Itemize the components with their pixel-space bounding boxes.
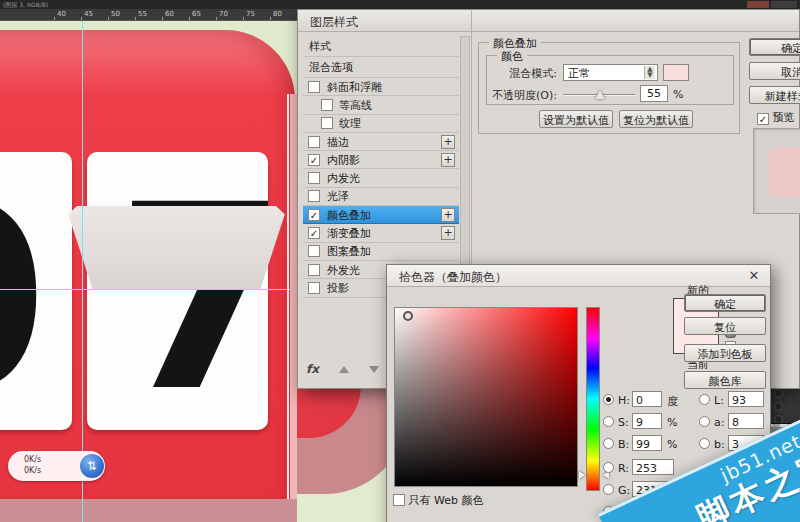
hex-input[interactable]: fde7e7 xyxy=(619,513,681,522)
ruler-tick-label: 65 xyxy=(192,10,201,18)
style-list-item-内阴影[interactable]: ✓内阴影+ xyxy=(303,151,459,169)
checkbox-checked-icon[interactable]: ✓ xyxy=(757,113,769,125)
style-list-item-光泽[interactable]: 光泽 xyxy=(303,188,459,206)
ruler-tick-label: 50 xyxy=(111,10,120,18)
style-list-item-混合选项[interactable]: 混合选项 xyxy=(303,57,459,78)
checkbox-unchecked-icon[interactable] xyxy=(308,245,320,257)
b-input[interactable]: 99 xyxy=(632,435,662,451)
ruler-tick-label: 40 xyxy=(57,10,66,18)
cancel-button[interactable]: 取消 xyxy=(749,62,800,80)
opacity-label: 不透明度(O): xyxy=(492,88,557,103)
checkbox-unchecked-icon[interactable] xyxy=(393,494,405,506)
checkbox-unchecked-icon[interactable] xyxy=(321,99,333,111)
lab-b-input[interactable]: 3 xyxy=(728,435,764,451)
set-default-button[interactable]: 设置为默认值 xyxy=(539,110,613,128)
s-input[interactable]: 9 xyxy=(632,413,662,429)
h-input[interactable]: 0 xyxy=(632,391,662,407)
radio-l[interactable] xyxy=(699,394,710,405)
style-list-item-图案叠加[interactable]: 图案叠加 xyxy=(303,243,459,261)
color-field[interactable] xyxy=(394,307,578,487)
calendar-rim-band xyxy=(0,499,297,522)
speed-up-text: 0K/s xyxy=(24,455,41,464)
dialog-title-bar[interactable]: 图层样式 xyxy=(298,10,799,32)
opacity-slider-thumb[interactable] xyxy=(595,90,605,99)
ruler-tick-label: 80 xyxy=(273,10,282,18)
radio-g[interactable] xyxy=(603,484,614,495)
style-list-item-斜面和浮雕[interactable]: 斜面和浮雕 xyxy=(303,78,459,96)
duplicate-effect-icon[interactable]: + xyxy=(441,153,455,167)
style-list-item-渐变叠加[interactable]: ✓渐变叠加+ xyxy=(303,224,459,242)
checkbox-unchecked-icon[interactable] xyxy=(308,282,320,294)
duplicate-effect-icon[interactable]: + xyxy=(441,208,455,222)
checkbox-unchecked-icon[interactable] xyxy=(308,136,320,148)
style-list-item-样式[interactable]: 样式 xyxy=(303,36,459,57)
duplicate-effect-icon[interactable]: + xyxy=(441,226,455,240)
radio-a[interactable] xyxy=(699,416,710,427)
fx-menu-button[interactable]: fx xyxy=(306,362,319,376)
panel-dot-icon[interactable] xyxy=(774,389,783,398)
radio-lab-b[interactable] xyxy=(699,438,710,449)
l-input[interactable]: 93 xyxy=(728,391,764,407)
radio-r[interactable] xyxy=(603,462,614,473)
panel-tab xyxy=(771,1,797,8)
network-speed-overlay[interactable]: 0K/s 0K/s ⇅ xyxy=(8,451,105,481)
style-list-item-纹理[interactable]: 纹理 xyxy=(303,115,459,133)
network-speed-icon[interactable]: ⇅ xyxy=(80,454,104,478)
checkbox-unchecked-icon[interactable] xyxy=(308,172,320,184)
checkbox-checked-icon[interactable]: ✓ xyxy=(308,154,320,166)
ruler-tick-label: 75 xyxy=(246,10,255,18)
style-item-label: 样式 xyxy=(309,39,331,54)
color-libraries-button[interactable]: 颜色库 xyxy=(684,371,766,389)
preview-checkbox[interactable]: ✓ 预览 xyxy=(757,110,795,125)
checkbox-unchecked-icon[interactable] xyxy=(321,117,333,129)
style-list-item-颜色叠加[interactable]: ✓颜色叠加+ xyxy=(303,206,459,224)
c-input[interactable]: 0 xyxy=(741,459,769,475)
picker-ok-button[interactable]: 确定 xyxy=(684,294,766,312)
color-field-marker[interactable] xyxy=(403,311,413,321)
hue-slider[interactable] xyxy=(586,307,600,491)
new-style-button[interactable]: 新建样式... xyxy=(749,86,800,104)
checkbox-unchecked-icon[interactable] xyxy=(308,190,320,202)
hue-slider-arrow-left-icon[interactable] xyxy=(579,471,585,479)
style-item-label: 渐变叠加 xyxy=(327,226,371,241)
radio-b[interactable] xyxy=(603,438,614,449)
style-item-label: 内阴影 xyxy=(327,152,360,167)
move-effect-down-icon[interactable] xyxy=(369,366,379,373)
checkbox-checked-icon[interactable]: ✓ xyxy=(308,227,320,239)
checkbox-checked-icon[interactable]: ✓ xyxy=(308,209,320,221)
document-tab-title[interactable]: (图层 3, RGB/8) xyxy=(3,1,48,10)
horizontal-guide[interactable] xyxy=(0,289,297,290)
radio-h[interactable] xyxy=(603,394,614,405)
style-list-item-内发光[interactable]: 内发光 xyxy=(303,170,459,188)
radio-s[interactable] xyxy=(603,416,614,427)
style-item-label: 斜面和浮雕 xyxy=(327,79,382,94)
g-input[interactable]: 231 xyxy=(632,481,674,497)
reset-default-button[interactable]: 复位为默认值 xyxy=(619,110,693,128)
blend-mode-select[interactable]: 正常 ▲▼ xyxy=(563,64,658,81)
vertical-guide[interactable] xyxy=(82,19,83,522)
web-only-checkbox[interactable]: 只有 Web 颜色 xyxy=(393,493,483,508)
style-list-item-描边[interactable]: 描边+ xyxy=(303,133,459,151)
add-to-swatches-button[interactable]: 添加到色板 xyxy=(684,344,766,362)
style-list-item-等高线[interactable]: 等高线 xyxy=(303,96,459,114)
checkbox-unchecked-icon[interactable] xyxy=(308,81,320,93)
checkbox-unchecked-icon[interactable] xyxy=(308,264,320,276)
subgroup-title: 颜色 xyxy=(497,49,527,64)
style-item-label: 混合选项 xyxy=(309,60,353,75)
style-preview-thumbnail xyxy=(768,147,800,197)
close-icon[interactable]: ✕ xyxy=(746,268,762,284)
canvas-below-dialog xyxy=(297,388,387,522)
ok-button[interactable]: 确定 xyxy=(749,38,800,56)
duplicate-effect-icon[interactable]: + xyxy=(441,135,455,149)
panel-dot-icon[interactable] xyxy=(774,402,783,411)
move-effect-up-icon[interactable] xyxy=(339,366,349,373)
style-item-label: 等高线 xyxy=(339,97,372,112)
radio-b2[interactable] xyxy=(603,506,614,517)
a-input[interactable]: 8 xyxy=(728,413,764,429)
opacity-value-input[interactable]: 55 xyxy=(640,85,668,102)
r-input[interactable]: 253 xyxy=(632,459,674,475)
color-picker-dialog: 拾色器（叠加颜色） ✕ 新的 当前 确定 复位 添加到色板 颜色库 H: 0 度… xyxy=(386,264,771,522)
picker-reset-button[interactable]: 复位 xyxy=(684,317,766,335)
overlay-color-swatch[interactable] xyxy=(663,64,689,81)
select-arrows-icon[interactable]: ▲▼ xyxy=(644,66,655,79)
